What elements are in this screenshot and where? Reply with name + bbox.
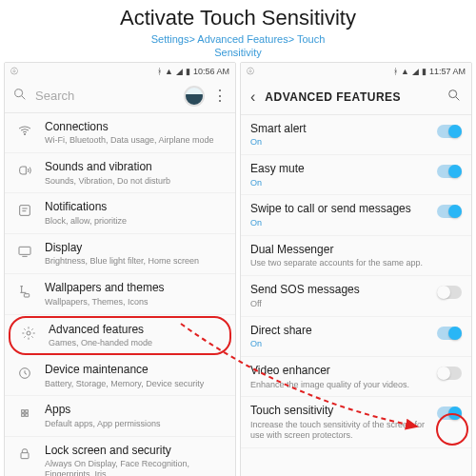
row-label: Direct share <box>250 324 427 339</box>
row-sub: Off <box>250 299 427 309</box>
battery-icon: ▮ <box>186 67 190 76</box>
row-label: Dual Messenger <box>250 243 462 258</box>
row-label: Video enhancer <box>250 364 427 379</box>
feature-row[interactable]: Smart alert On <box>241 115 471 155</box>
row-label: Notifications <box>45 200 226 215</box>
toggle-switch[interactable] <box>437 125 462 138</box>
settings-row[interactable]: Advanced features Games, One-handed mode <box>9 316 231 355</box>
row-label: Connections <box>45 120 226 135</box>
settings-row[interactable]: Device maintenance Battery, Storage, Mem… <box>5 356 235 396</box>
battery-icon: ▮ <box>422 67 426 76</box>
settings-row[interactable]: Connections Wi-Fi, Bluetooth, Data usage… <box>5 113 235 153</box>
settings-row[interactable]: Wallpapers and themes Wallpapers, Themes… <box>5 274 235 314</box>
status-bar: ⦾ ᚼ ▲ ◢ ▮ 11:57 AM <box>241 63 471 80</box>
svg-rect-3 <box>20 206 30 216</box>
row-sub: Games, One-handed mode <box>49 338 222 348</box>
back-icon[interactable]: ‹ <box>250 89 255 106</box>
wifi-icon: ▲ <box>165 67 173 76</box>
row-label: Advanced features <box>49 323 222 338</box>
toggle-switch[interactable] <box>437 407 462 420</box>
row-sub: On <box>250 178 427 188</box>
avatar[interactable] <box>184 86 205 107</box>
row-icon <box>14 160 35 181</box>
row-label: Display <box>45 241 226 256</box>
feature-row[interactable]: Direct share On <box>241 317 471 357</box>
row-sub: Always On Display, Face Recognition, Fin… <box>45 459 226 476</box>
status-bar: ⦾ ᚼ ▲ ◢ ▮ 10:56 AM <box>5 63 235 80</box>
row-label: Device maintenance <box>45 363 226 378</box>
row-sub: On <box>250 218 427 228</box>
row-icon <box>14 200 35 221</box>
row-label: Touch sensitivity <box>250 404 427 419</box>
svg-rect-8 <box>24 294 29 297</box>
settings-screen: ⦾ ᚼ ▲ ◢ ▮ 10:56 AM Search ⋮ Connections … <box>4 62 236 476</box>
row-label: Swipe to call or send messages <box>250 202 427 217</box>
settings-row[interactable]: Apps Default apps, App permissions <box>5 396 235 436</box>
row-sub: Sounds, Vibration, Do not disturb <box>45 176 226 187</box>
search-input[interactable]: Search <box>35 89 176 103</box>
page-title: Activate Touch Sensitivity <box>0 6 476 30</box>
row-icon <box>14 363 35 384</box>
toggle-switch[interactable] <box>437 327 462 340</box>
row-sub: Use two separate accounts for the same a… <box>250 258 462 268</box>
svg-line-17 <box>456 97 459 100</box>
screen-title: ADVANCED FEATURES <box>265 90 437 104</box>
row-sub: Enhance the image quality of your videos… <box>250 380 427 390</box>
row-sub: Brightness, Blue light filter, Home scre… <box>45 256 226 267</box>
row-sub: Wallpapers, Themes, Icons <box>45 297 226 307</box>
breadcrumb: Settings> Advanced Features> Touch Sensi… <box>0 32 476 60</box>
search-icon[interactable] <box>446 88 462 107</box>
row-label: Sounds and vibration <box>45 160 226 175</box>
row-sub: On <box>250 339 427 349</box>
signal-icon: ◢ <box>176 67 183 76</box>
feature-row[interactable]: Send SOS messages Off <box>241 276 471 316</box>
svg-point-2 <box>24 133 25 134</box>
settings-row[interactable]: Notifications Block, allow, prioritize <box>5 193 235 233</box>
svg-rect-6 <box>19 247 30 254</box>
toggle-switch[interactable] <box>437 286 462 299</box>
settings-row[interactable]: Lock screen and security Always On Displ… <box>5 437 235 476</box>
row-sub: Increase the touch sensitivity of the sc… <box>250 420 427 441</box>
feature-row[interactable]: Swipe to call or send messages On <box>241 195 471 235</box>
signal-icon: ◢ <box>412 67 419 76</box>
feature-row[interactable]: Video enhancer Enhance the image quality… <box>241 357 471 397</box>
toggle-switch[interactable] <box>437 165 462 178</box>
bluetooth-icon: ᚼ <box>393 67 398 76</box>
row-icon <box>14 444 35 465</box>
row-sub: Default apps, App permissions <box>45 419 226 429</box>
toggle-switch[interactable] <box>437 205 462 218</box>
row-icon <box>14 120 35 141</box>
row-sub: Battery, Storage, Memory, Device securit… <box>45 379 226 389</box>
svg-point-16 <box>449 89 457 97</box>
svg-rect-12 <box>26 410 29 413</box>
feature-row[interactable]: Easy mute On <box>241 155 471 195</box>
svg-rect-14 <box>26 414 29 417</box>
status-time: 10:56 AM <box>193 67 229 76</box>
settings-row[interactable]: Display Brightness, Blue light filter, H… <box>5 234 235 274</box>
settings-row[interactable]: Sounds and vibration Sounds, Vibration, … <box>5 153 235 193</box>
row-label: Easy mute <box>250 162 427 177</box>
feature-row[interactable]: Touch sensitivity Increase the touch sen… <box>241 397 471 447</box>
row-sub: Wi-Fi, Bluetooth, Data usage, Airplane m… <box>45 135 226 146</box>
search-bar[interactable]: Search ⋮ <box>5 80 235 113</box>
row-label: Wallpapers and themes <box>45 281 226 296</box>
row-icon <box>18 323 39 344</box>
row-icon <box>14 241 35 262</box>
bluetooth-icon: ᚼ <box>157 67 162 76</box>
svg-rect-11 <box>22 410 25 413</box>
wifi-icon: ▲ <box>401 67 409 76</box>
svg-line-1 <box>22 96 25 99</box>
toggle-switch[interactable] <box>437 367 462 380</box>
feature-row[interactable]: Dual Messenger Use two separate accounts… <box>241 236 471 276</box>
row-label: Smart alert <box>250 122 427 137</box>
svg-point-9 <box>27 331 30 335</box>
menu-icon[interactable]: ⋮ <box>212 87 228 105</box>
reddit-icon: ⦾ <box>247 66 254 77</box>
row-sub: On <box>250 137 427 148</box>
row-label: Lock screen and security <box>45 444 226 459</box>
svg-rect-15 <box>21 452 29 458</box>
row-sub: Block, allow, prioritize <box>45 216 226 227</box>
svg-rect-13 <box>22 414 25 417</box>
advanced-features-screen: ⦾ ᚼ ▲ ◢ ▮ 11:57 AM ‹ ADVANCED FEATURES S… <box>240 62 472 476</box>
row-icon <box>14 281 35 302</box>
